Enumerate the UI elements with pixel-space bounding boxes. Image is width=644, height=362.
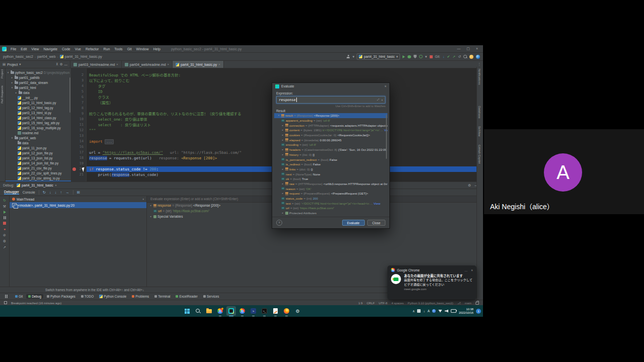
toolbtn-problems[interactable]: Problems bbox=[130, 294, 151, 299]
close-button[interactable]: Close bbox=[367, 220, 385, 226]
view-link[interactable]: View bbox=[374, 202, 380, 205]
menu-navigate[interactable]: Navigate bbox=[41, 47, 59, 51]
view-breakpoints-icon[interactable]: ⊞ bbox=[77, 191, 80, 195]
taskbar-notepad[interactable] bbox=[271, 306, 280, 316]
profiler-button[interactable] bbox=[419, 55, 423, 58]
indent-style[interactable]: 4 spaces bbox=[391, 301, 404, 305]
taskbar-powershell[interactable]: > bbox=[249, 306, 258, 316]
run-configuration-select[interactable]: part4_31_html_basic ▾ bbox=[357, 53, 400, 60]
force-step-into-icon[interactable]: ↓ bbox=[55, 191, 57, 195]
result-row[interactable]: ▸Protected Attributes bbox=[274, 211, 387, 216]
caret-position[interactable]: 1:9 bbox=[358, 301, 362, 305]
tree-item[interactable]: ▸data bbox=[6, 90, 71, 95]
result-row[interactable]: ▸request={PreparedRequest}<PreparedReque… bbox=[274, 191, 387, 196]
taskbar-search[interactable] bbox=[193, 306, 203, 316]
chevron-down-icon[interactable]: ▾ bbox=[19, 62, 21, 66]
breakpoints-icon[interactable]: ● bbox=[4, 227, 6, 231]
settings-icon[interactable]: ⚙ bbox=[60, 62, 63, 66]
notification-center-badge[interactable]: 1 bbox=[476, 309, 481, 314]
toolbtn-terminal[interactable]: Terminal bbox=[152, 294, 172, 299]
tree-item[interactable]: part3_14_html_class.py bbox=[6, 115, 71, 120]
tree-item[interactable]: ▾part04_web bbox=[6, 135, 71, 140]
volume-icon[interactable] bbox=[445, 310, 448, 313]
toolbtn-python-packages[interactable]: Python Packages bbox=[45, 294, 77, 299]
stripe-sciview[interactable]: SciView bbox=[478, 126, 481, 137]
result-row[interactable]: ▸elapsed={timedelta}0:00:00.286045 bbox=[274, 137, 387, 142]
toolbtn-git[interactable]: Git bbox=[13, 294, 25, 299]
result-scrollbar[interactable] bbox=[386, 115, 387, 159]
editor-gutter[interactable]: 2 3 4 5 6 7 8 9 10 11 12 13 14 16 bbox=[71, 68, 87, 182]
tree-item[interactable]: ▸part02_data_stream bbox=[6, 80, 71, 85]
tree-item[interactable]: part4_23_csv_string_io.py bbox=[6, 175, 71, 180]
stop-icon[interactable] bbox=[3, 222, 6, 225]
git-commit-icon[interactable]: ✔ bbox=[447, 55, 450, 59]
result-row[interactable]: 01reason={str}'OK' bbox=[274, 186, 387, 191]
mute-breakpoints-icon[interactable]: ⊘ bbox=[3, 233, 6, 237]
result-row[interactable]: ▸content={bytes: 1981}b'<!DOCTYPE html>\… bbox=[274, 128, 387, 133]
step-out-icon[interactable]: ↑ bbox=[60, 191, 62, 195]
tree-item[interactable]: part4_13_json_list.py bbox=[6, 155, 71, 160]
result-row[interactable]: 01is_permanent_redirect={bool}False bbox=[274, 157, 387, 162]
result-row[interactable]: 01apparent_encoding={str}'utf-8' bbox=[274, 118, 387, 123]
menu-file[interactable]: File bbox=[9, 47, 18, 51]
wifi-icon[interactable] bbox=[438, 310, 442, 313]
minimize-button[interactable]: — bbox=[457, 47, 460, 51]
expand-input-icon[interactable]: ⤢ bbox=[377, 98, 379, 102]
line-separator[interactable]: CRLF bbox=[367, 301, 375, 305]
close-session-icon[interactable]: × bbox=[55, 184, 57, 187]
tree-item[interactable]: part4_21_csv_file.py bbox=[6, 165, 71, 170]
menu-code[interactable]: Code bbox=[60, 47, 72, 51]
stripe-github-copilot[interactable]: GitHub Copilot bbox=[478, 145, 481, 164]
result-row[interactable]: 01text={str}'<!DOCTYPE html>\n<html lang… bbox=[274, 201, 387, 206]
lock-icon[interactable] bbox=[475, 302, 479, 305]
expander-icon[interactable]: ▸ bbox=[149, 215, 152, 218]
start-button[interactable] bbox=[182, 306, 192, 316]
taskbar-chrome[interactable] bbox=[215, 306, 225, 316]
editor-tab-readme04[interactable]: part04_web/readme.md × bbox=[122, 61, 173, 68]
toolbtn-excelreader[interactable]: ExcelReader bbox=[174, 294, 200, 299]
network-device-icon[interactable] bbox=[417, 309, 421, 313]
close-tab-icon[interactable]: × bbox=[167, 63, 169, 66]
hide-panel-icon[interactable]: — bbox=[64, 63, 68, 66]
folded-code[interactable]: ... bbox=[105, 139, 114, 144]
download-icon[interactable]: ↓ bbox=[423, 309, 425, 313]
tab-debugger[interactable]: Debugger bbox=[4, 190, 19, 195]
step-over-icon[interactable]: ↻ bbox=[43, 191, 46, 195]
toolbtn-services[interactable]: Services bbox=[201, 294, 221, 299]
step-into-icon[interactable]: ↓ bbox=[49, 191, 51, 195]
close-tab-icon[interactable]: × bbox=[116, 63, 118, 66]
tree-item[interactable]: part3_16_soup_multiple.py bbox=[6, 125, 71, 130]
evaluate-button[interactable]: Evaluate bbox=[342, 220, 365, 226]
stripe-pull-requests[interactable]: Pull Requests bbox=[1, 85, 4, 104]
close-dialog-icon[interactable]: × bbox=[384, 84, 386, 88]
status-message[interactable]: Breakpoint reached (16 minutes ago) bbox=[11, 301, 61, 305]
close-tab-icon[interactable]: × bbox=[218, 63, 220, 66]
taskbar-pycharm[interactable] bbox=[226, 306, 236, 316]
result-row[interactable]: 01url={str}'https://flask.pc5bai.com/' bbox=[274, 206, 387, 211]
editor-tab-part4-31[interactable]: part4_31_html_basic.py × bbox=[173, 61, 224, 68]
menu-help[interactable]: Help bbox=[151, 47, 162, 51]
tree-item[interactable]: part4_12_json_file.py bbox=[6, 150, 71, 155]
debug-button[interactable] bbox=[408, 55, 411, 58]
tree-item[interactable]: part4_14_json_list_file.py bbox=[6, 160, 71, 165]
debug-settings-icon[interactable]: ⚙ bbox=[468, 184, 471, 188]
result-row[interactable]: ▸connection={HTTPAdapter}<requests.adapt… bbox=[274, 123, 387, 128]
debug-gear-icon[interactable]: ⚙ bbox=[3, 239, 6, 243]
expander-icon[interactable]: ▾ bbox=[11, 136, 14, 139]
tab-console[interactable]: Console bbox=[23, 191, 35, 194]
menu-edit[interactable]: Edit bbox=[19, 47, 29, 51]
resume-icon[interactable] bbox=[4, 211, 6, 214]
code-with-me-icon[interactable] bbox=[347, 55, 350, 58]
result-row[interactable]: ▸cookies={RequestsCookieJar: 0}<Requests… bbox=[274, 133, 387, 138]
project-panel-header[interactable]: ▤ Project ▾ ⊼ ⚙ — bbox=[0, 61, 70, 68]
tree-item[interactable]: part3_11_html_basic.py bbox=[6, 100, 71, 105]
history-icon[interactable]: ↺ bbox=[458, 55, 461, 59]
tree-item[interactable]: part3_15_html_tag_attr.py bbox=[6, 120, 71, 125]
chevron-down-icon[interactable]: ▾ bbox=[353, 55, 355, 59]
tree-item-root[interactable]: ▾python_basic_sec2D:\projects\python bbox=[6, 70, 71, 75]
pin-icon[interactable]: ↗ bbox=[3, 245, 6, 249]
rerun-icon[interactable]: ↻ bbox=[3, 199, 6, 202]
tree-item[interactable]: ▾part03_html bbox=[6, 85, 71, 90]
stop-button[interactable] bbox=[430, 55, 433, 58]
ime-indicator[interactable]: A bbox=[428, 309, 430, 313]
